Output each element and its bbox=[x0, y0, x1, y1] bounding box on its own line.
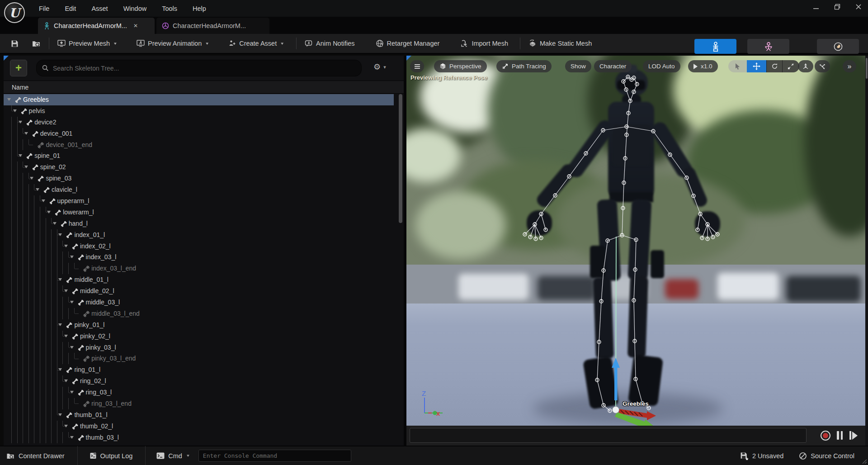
search-input[interactable] bbox=[53, 65, 356, 72]
tab-close-icon[interactable]: ✕ bbox=[133, 23, 138, 29]
tree-row[interactable]: index_01_l bbox=[4, 229, 394, 241]
tree-row[interactable]: thumb_01_l bbox=[4, 409, 394, 421]
close-icon[interactable] bbox=[855, 4, 862, 10]
show-menu-button[interactable]: Show bbox=[565, 60, 591, 72]
make-static-mesh-button[interactable]: Make Static Mesh bbox=[524, 37, 596, 50]
lod-auto-button[interactable]: LOD Auto bbox=[643, 60, 680, 72]
menu-help[interactable]: Help bbox=[193, 5, 206, 12]
expander-icon[interactable] bbox=[70, 301, 74, 304]
tree-row[interactable]: thumb_03_l bbox=[4, 432, 394, 443]
root-joint-sphere[interactable] bbox=[613, 407, 619, 413]
skeleton-mode-button[interactable] bbox=[694, 39, 736, 54]
menu-asset[interactable]: Asset bbox=[91, 5, 108, 12]
move-tool-button[interactable] bbox=[747, 60, 766, 72]
tree-row[interactable]: pinky_03_l_end bbox=[4, 353, 394, 364]
expander-icon[interactable] bbox=[64, 245, 68, 247]
record-button[interactable] bbox=[821, 431, 830, 441]
tree-row[interactable]: middle_01_l bbox=[4, 274, 394, 285]
tree-row[interactable]: ring_02_l bbox=[4, 375, 394, 387]
expander-icon[interactable] bbox=[64, 380, 68, 382]
coordinate-space-button[interactable] bbox=[798, 60, 813, 72]
tree-row[interactable]: spine_02 bbox=[4, 161, 394, 173]
content-drawer-button[interactable]: Content Drawer bbox=[6, 452, 65, 460]
scene-settings-button[interactable] bbox=[817, 39, 859, 54]
console-command-input[interactable] bbox=[198, 450, 351, 462]
resize-grip[interactable] bbox=[861, 458, 867, 464]
expander-icon[interactable] bbox=[53, 222, 57, 225]
expand-toolbar-button[interactable]: » bbox=[843, 60, 856, 72]
expander-icon[interactable] bbox=[19, 154, 22, 157]
expander-icon[interactable] bbox=[70, 256, 74, 258]
perspective-button[interactable]: Perspective bbox=[434, 60, 487, 72]
browse-asset-button[interactable] bbox=[28, 37, 45, 50]
tree-row[interactable]: device2 bbox=[4, 117, 394, 128]
preview-viewport[interactable]: Z x Perspective Path Tracing Show Charac… bbox=[406, 56, 865, 446]
create-asset-button[interactable]: Create Asset▼ bbox=[224, 37, 289, 50]
minimize-icon[interactable] bbox=[813, 4, 819, 10]
expander-icon[interactable] bbox=[19, 121, 22, 123]
expander-icon[interactable] bbox=[30, 177, 33, 180]
anim-notifies-button[interactable]: Anim Notifies bbox=[300, 37, 359, 50]
expander-icon[interactable] bbox=[58, 413, 62, 416]
tab-skeleton-editor[interactable]: CharacterHeadArmorM... ✕ bbox=[38, 18, 155, 34]
timeline-scrubber[interactable] bbox=[410, 428, 807, 443]
source-control-button[interactable]: Source Control bbox=[799, 452, 854, 460]
import-mesh-button[interactable]: Import Mesh bbox=[456, 37, 513, 50]
menu-edit[interactable]: Edit bbox=[65, 5, 76, 12]
character-menu-button[interactable]: Character bbox=[594, 60, 632, 72]
tree-column-header[interactable]: Name bbox=[4, 81, 404, 94]
expander-icon[interactable] bbox=[58, 278, 62, 281]
select-tool-button[interactable] bbox=[728, 60, 747, 72]
gizmo-z-arrow[interactable] bbox=[612, 358, 620, 368]
output-log-button[interactable]: Output Log bbox=[90, 452, 133, 460]
expander-icon[interactable] bbox=[58, 323, 62, 326]
tree-row[interactable]: ring_01_l bbox=[4, 364, 394, 375]
viewport-scene[interactable]: Z x Perspective Path Tracing Show Charac… bbox=[406, 56, 865, 426]
tree-row[interactable]: device_001_end bbox=[4, 139, 394, 151]
expander-icon[interactable] bbox=[70, 391, 74, 394]
tree-row[interactable]: pelvis bbox=[4, 105, 394, 117]
unsaved-indicator[interactable]: 2 Unsaved bbox=[740, 452, 783, 460]
unreal-logo-icon[interactable]: U bbox=[4, 2, 25, 23]
tree-row[interactable]: index_03_l bbox=[4, 251, 394, 263]
save-button[interactable] bbox=[6, 37, 23, 50]
expander-icon[interactable] bbox=[24, 166, 28, 168]
tree-row[interactable]: middle_03_l bbox=[4, 297, 394, 308]
step-forward-button[interactable] bbox=[849, 431, 858, 440]
tree-row[interactable]: device_001 bbox=[4, 128, 394, 139]
menu-tools[interactable]: Tools bbox=[162, 5, 177, 12]
expander-icon[interactable] bbox=[70, 436, 74, 439]
mesh-mode-button[interactable] bbox=[747, 39, 789, 54]
tree-row[interactable]: hand_l bbox=[4, 218, 394, 229]
expander-icon[interactable] bbox=[24, 132, 28, 135]
tree-row[interactable]: Greebles bbox=[4, 94, 394, 105]
path-tracing-button[interactable]: Path Tracing bbox=[496, 60, 552, 72]
viewport-menu-button[interactable] bbox=[410, 60, 424, 72]
tree-row[interactable]: pinky_01_l bbox=[4, 319, 394, 331]
retarget-manager-button[interactable]: Retarget Manager bbox=[371, 37, 444, 50]
tree-row[interactable]: ring_03_l_end bbox=[4, 398, 394, 409]
expander-icon[interactable] bbox=[58, 368, 62, 371]
tree-row[interactable]: pinky_03_l bbox=[4, 342, 394, 353]
tree-row[interactable]: upperarm_l bbox=[4, 195, 394, 207]
viewport-scrollbar[interactable] bbox=[866, 58, 868, 79]
tree-row[interactable]: lowerarm_l bbox=[4, 207, 394, 218]
add-bone-button[interactable]: + bbox=[10, 60, 27, 76]
tree-scrollbar[interactable] bbox=[399, 94, 402, 223]
tree-row[interactable]: thumb_02_l bbox=[4, 421, 394, 432]
tree-row[interactable]: middle_03_l_end bbox=[4, 308, 394, 319]
tree-row[interactable]: index_03_l_end bbox=[4, 263, 394, 274]
expander-icon[interactable] bbox=[47, 211, 51, 214]
expander-icon[interactable] bbox=[7, 98, 11, 101]
tab-physics-asset[interactable]: CharacterHeadArmorM... bbox=[156, 18, 269, 34]
cmd-selector[interactable]: Cmd ▼ bbox=[156, 452, 190, 460]
tree-row[interactable]: spine_01 bbox=[4, 150, 394, 161]
pause-button[interactable] bbox=[837, 431, 843, 440]
preview-animation-button[interactable]: Preview Animation▼ bbox=[132, 37, 214, 50]
tree-row[interactable]: ring_03_l bbox=[4, 387, 394, 398]
tree-row[interactable]: index_02_l bbox=[4, 241, 394, 252]
playback-speed-button[interactable]: x1.0 bbox=[688, 60, 718, 72]
expander-icon[interactable] bbox=[64, 289, 68, 292]
expander-icon[interactable] bbox=[70, 346, 74, 349]
snapping-button[interactable] bbox=[815, 60, 830, 72]
